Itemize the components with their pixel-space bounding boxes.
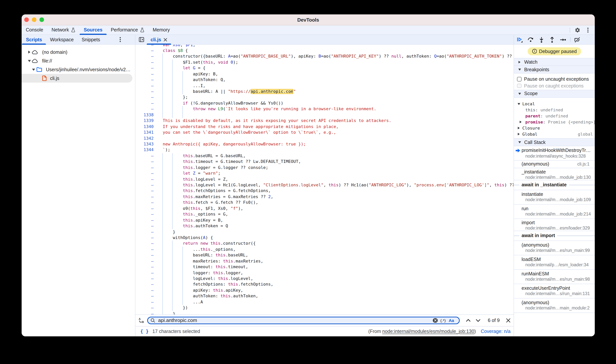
tab-sources[interactable]: Sources	[80, 25, 107, 35]
call-stack-frame[interactable]: loadESMnode:internal/p…/esm_loader:34	[514, 255, 595, 270]
line-number[interactable]: –	[135, 235, 154, 241]
scope-var-parent[interactable]: parent: undefined	[514, 113, 595, 119]
line-number[interactable]: –	[135, 94, 154, 100]
call-stack-frame[interactable]: executeUserEntryPointnode:internal/m…s/r…	[514, 284, 595, 298]
line-number[interactable]: 1344	[135, 147, 154, 153]
line-number[interactable]: –	[135, 182, 154, 188]
call-stack-frame[interactable]: runMainESMnode:internal/m…es/run_main:98	[514, 270, 595, 284]
line-number[interactable]: –	[135, 54, 154, 59]
checkbox-box[interactable]	[517, 84, 521, 88]
line-number[interactable]: –	[135, 159, 154, 165]
step-over-icon[interactable]	[527, 37, 533, 43]
scope-group-global[interactable]: Globalglobal	[514, 131, 595, 137]
line-number[interactable]: –	[135, 305, 154, 311]
coverage-link[interactable]: Coverage: n/a	[481, 329, 511, 334]
line-number[interactable]: –	[135, 223, 154, 229]
line-number[interactable]: –	[135, 48, 154, 54]
navigator-tab-scripts[interactable]: Scripts	[22, 35, 46, 44]
line-number[interactable]: –	[135, 217, 154, 223]
step-out-icon[interactable]	[549, 37, 555, 43]
call-stack-frame[interactable]: (anonymous)node:internal/m…es/run_main:9…	[514, 241, 595, 255]
checkbox-box[interactable]	[517, 77, 521, 81]
line-number[interactable]: 1340	[135, 124, 154, 130]
replace-toggle-icon[interactable]: AB	[139, 317, 144, 324]
tree-expand-arrow-icon[interactable]	[516, 103, 521, 105]
line-number[interactable]: –	[135, 165, 154, 170]
source-editor[interactable]: –var Xs0, $F1;–class $8 {– constructor({…	[135, 45, 514, 314]
navigator-more-icon[interactable]	[118, 35, 123, 44]
navigator-tab-workspace[interactable]: Workspace	[46, 35, 78, 44]
line-number[interactable]: –	[135, 241, 154, 247]
call-stack-frame[interactable]: runnode:internal/m…module_job:214	[514, 204, 595, 219]
line-number[interactable]: –	[135, 153, 154, 159]
line-number[interactable]: –	[135, 264, 154, 270]
line-number[interactable]: –	[135, 176, 154, 182]
line-number[interactable]: –	[135, 188, 154, 194]
tab-network[interactable]: Network	[47, 25, 80, 35]
line-number[interactable]: –	[135, 59, 154, 65]
tree-expand-arrow-icon[interactable]	[31, 68, 36, 71]
match-case-toggle[interactable]: Aa	[449, 318, 454, 323]
line-number[interactable]: 1338	[135, 112, 154, 118]
line-number[interactable]: 1343	[135, 141, 154, 147]
tab-performance[interactable]: Performance	[107, 25, 149, 35]
close-window-button[interactable]	[24, 17, 29, 22]
source-mapped-from-link[interactable]: node:internal/modules/esm/module_job:130	[382, 329, 474, 334]
window-titlebar[interactable]: DevTools	[22, 14, 595, 25]
scope-var-promise[interactable]: promise: Promise {<pending>}	[514, 119, 595, 125]
tab-console[interactable]: Console	[22, 25, 47, 35]
zoom-window-button[interactable]	[40, 17, 44, 22]
line-number[interactable]: –	[135, 206, 154, 211]
hide-navigator-icon[interactable]	[139, 37, 144, 42]
line-number[interactable]: –	[135, 247, 154, 252]
line-number[interactable]: –	[135, 106, 154, 112]
search-input[interactable]: api.anthropic.com (.*) Aa	[147, 317, 460, 324]
line-number[interactable]: –	[135, 270, 154, 276]
step-into-icon[interactable]	[538, 37, 544, 43]
tab-memory[interactable]: Memory	[149, 25, 174, 35]
clear-search-icon[interactable]	[433, 318, 438, 323]
line-number[interactable]: –	[135, 200, 154, 206]
resume-script-icon[interactable]	[517, 37, 523, 43]
tree-expand-arrow-icon[interactable]	[27, 59, 32, 62]
tree-collapse-arrow-icon[interactable]	[516, 127, 521, 130]
line-number[interactable]: –	[135, 170, 154, 176]
line-number[interactable]: –	[135, 293, 154, 299]
close-tab-icon[interactable]	[164, 38, 167, 41]
tree-collapse-arrow-icon[interactable]	[516, 132, 521, 136]
line-number[interactable]: –	[135, 287, 154, 293]
minimize-window-button[interactable]	[32, 17, 36, 22]
tree-collapse-arrow-icon[interactable]	[27, 50, 32, 54]
section-watch[interactable]: Watch	[514, 58, 595, 66]
search-value[interactable]: api.anthropic.com	[158, 318, 197, 323]
call-stack-frame[interactable]: (anonymous)cli.js:1	[514, 161, 595, 168]
line-number[interactable]: –	[135, 211, 154, 217]
navigator-tab-snippets[interactable]: Snippets	[78, 35, 104, 44]
line-number[interactable]: –	[135, 194, 154, 200]
section-scope[interactable]: Scope	[514, 90, 595, 98]
deactivate-breakpoints-icon[interactable]	[574, 37, 580, 43]
tree-item-users-jinhuilee-nvm-versions-node-v2-[interactable]: Users/jinhuilee/.nvm/versions/node/v2…	[22, 65, 135, 74]
tab-cli-js[interactable]: cli.js	[147, 35, 171, 44]
pretty-print-icon[interactable]: { }	[140, 329, 149, 334]
call-stack-frame[interactable]: (anonymous)node:internal/m…main_module:2	[514, 298, 595, 313]
call-stack-frame[interactable]: importnode:internal/m…esm/loader:329	[514, 219, 595, 231]
line-number[interactable]: –	[135, 71, 154, 77]
scope-var-this[interactable]: this: undefined	[514, 107, 595, 113]
line-number[interactable]: –	[135, 258, 154, 264]
line-number[interactable]: 1342	[135, 135, 154, 141]
line-number[interactable]: –	[135, 299, 154, 305]
call-stack-frame[interactable]: instantiatenode:internal/m…module_job:10…	[514, 190, 595, 204]
scope-group-closure[interactable]: Closure	[514, 125, 595, 131]
line-number[interactable]: –	[135, 83, 154, 89]
scope-group-local[interactable]: Local	[514, 101, 595, 107]
close-search-icon[interactable]	[506, 318, 511, 323]
tree-item-file-[interactable]: file://	[22, 56, 135, 65]
line-number[interactable]: –	[135, 100, 154, 106]
section-breakpoints[interactable]: Breakpoints	[514, 65, 595, 74]
call-stack-frame[interactable]: _instantiatenode:internal/m…module_job:1…	[514, 168, 595, 180]
line-number[interactable]: 1339	[135, 118, 154, 124]
checkbox-pause-on-caught-exceptions[interactable]: Pause on caught exceptions	[514, 83, 595, 89]
line-number[interactable]: –	[135, 311, 154, 314]
step-icon[interactable]	[560, 37, 566, 43]
